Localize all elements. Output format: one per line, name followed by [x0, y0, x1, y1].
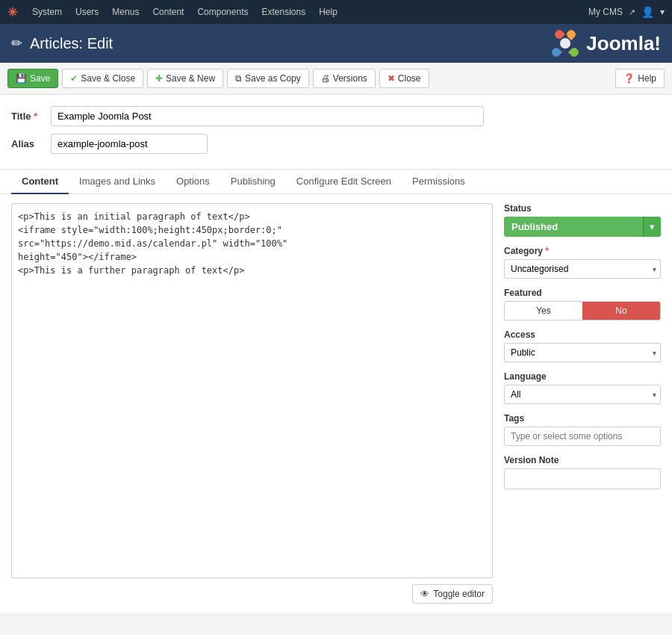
version-note-input[interactable] — [504, 468, 661, 489]
save-copy-button[interactable]: ⧉ Save as Copy — [227, 69, 309, 88]
page-title-area: ✏ Articles: Edit — [11, 35, 113, 52]
user-menu-icon[interactable]: 👤 — [641, 6, 654, 18]
header-bar: ✏ Articles: Edit Joomla! — [0, 24, 672, 63]
alias-row: Alias — [11, 134, 661, 154]
article-sidebar: Status Published ▾ Category * Uncategori… — [504, 203, 661, 604]
nav-content[interactable]: Content — [146, 0, 190, 24]
plus-icon: ✚ — [155, 73, 163, 84]
featured-section: Featured Yes No — [504, 288, 661, 320]
nav-menu: System Users Menus Content Components Ex… — [26, 0, 588, 24]
save-close-label: Save & Close — [81, 73, 135, 84]
category-required-star: * — [545, 246, 549, 256]
nav-system[interactable]: System — [26, 0, 68, 24]
title-row: Title * — [11, 106, 661, 126]
tags-label: Tags — [504, 413, 661, 424]
tags-input[interactable] — [504, 427, 661, 446]
language-select-wrapper: All ▾ — [504, 385, 661, 404]
access-label: Access — [504, 329, 661, 340]
nav-extensions[interactable]: Extensions — [255, 0, 311, 24]
help-label: Help — [638, 73, 656, 84]
nav-users[interactable]: Users — [69, 0, 105, 24]
title-label: Title * — [11, 111, 45, 122]
save-new-label: Save & New — [166, 73, 215, 84]
tab-options[interactable]: Options — [166, 170, 220, 194]
nav-components[interactable]: Components — [191, 0, 254, 24]
close-icon: ✖ — [388, 73, 395, 84]
language-section: Language All ▾ — [504, 371, 661, 404]
editor-area: <p>This is an initial paragraph of text<… — [11, 203, 493, 604]
version-note-label: Version Note — [504, 455, 661, 465]
versions-button[interactable]: 🖨 Versions — [313, 69, 376, 88]
copy-icon: ⧉ — [235, 73, 242, 84]
language-select[interactable]: All — [504, 385, 661, 404]
tags-section: Tags — [504, 413, 661, 446]
joomla-logo: Joomla! — [550, 28, 661, 58]
tab-permissions[interactable]: Permissions — [402, 170, 476, 194]
close-label: Close — [398, 73, 421, 84]
eye-icon: 👁 — [420, 589, 429, 599]
toggle-editor-button[interactable]: 👁 Toggle editor — [412, 584, 493, 604]
status-label: Status — [504, 203, 661, 214]
user-chevron-icon[interactable]: ▾ — [660, 7, 665, 17]
save-new-button[interactable]: ✚ Save & New — [147, 69, 223, 88]
close-button[interactable]: ✖ Close — [379, 69, 429, 88]
main-content: <p>This is an initial paragraph of text<… — [0, 194, 672, 613]
featured-label: Featured — [504, 288, 661, 298]
joomla-small-logo[interactable]: ✳ — [7, 5, 17, 19]
alias-label: Alias — [11, 138, 45, 149]
nav-menus[interactable]: Menus — [106, 0, 145, 24]
svg-point-0 — [560, 38, 570, 49]
category-select[interactable]: Uncategorised — [504, 259, 661, 279]
featured-toggle: Yes No — [504, 301, 661, 320]
status-chevron-icon: ▾ — [650, 221, 655, 232]
help-icon: ❓ — [623, 73, 635, 84]
check-icon: ✔ — [70, 73, 78, 84]
category-section: Category * Uncategorised ▾ — [504, 246, 661, 279]
save-label: Save — [30, 73, 50, 84]
toolbar: 💾 Save ✔ Save & Close ✚ Save & New ⧉ Sav… — [0, 63, 672, 95]
external-link-icon: ↗ — [629, 7, 635, 17]
featured-yes-button[interactable]: Yes — [505, 302, 582, 320]
status-main-button[interactable]: Published — [504, 217, 643, 237]
save-button[interactable]: 💾 Save — [7, 69, 58, 88]
access-section: Access Public ▾ — [504, 329, 661, 362]
status-section: Status Published ▾ — [504, 203, 661, 237]
toggle-editor-label: Toggle editor — [433, 589, 485, 599]
access-select-wrapper: Public ▾ — [504, 343, 661, 362]
page-title: Articles: Edit — [30, 35, 113, 52]
versions-icon: 🖨 — [321, 73, 330, 84]
status-caret-button[interactable]: ▾ — [643, 217, 661, 237]
content-editor[interactable]: <p>This is an initial paragraph of text<… — [11, 203, 493, 578]
title-required-star: * — [34, 111, 37, 122]
editor-footer: 👁 Toggle editor — [11, 578, 493, 604]
nav-help[interactable]: Help — [313, 0, 343, 24]
access-select[interactable]: Public — [504, 343, 661, 362]
content-tabs: Content Images and Links Options Publish… — [0, 170, 672, 194]
tab-publishing[interactable]: Publishing — [220, 170, 286, 194]
status-dropdown: Published ▾ — [504, 217, 661, 237]
save-copy-label: Save as Copy — [245, 73, 301, 84]
featured-no-button[interactable]: No — [582, 302, 660, 320]
title-input[interactable] — [51, 106, 484, 126]
category-select-wrapper: Uncategorised ▾ — [504, 259, 661, 279]
edit-pencil-icon: ✏ — [11, 35, 22, 52]
top-right-nav: My CMS ↗ 👤 ▾ — [588, 6, 665, 18]
save-close-button[interactable]: ✔ Save & Close — [62, 69, 143, 88]
alias-input[interactable] — [51, 134, 208, 154]
language-label: Language — [504, 371, 661, 382]
help-button[interactable]: ❓ Help — [615, 69, 665, 88]
joomla-flower-icon — [550, 28, 580, 58]
cms-name[interactable]: My CMS — [588, 7, 623, 17]
form-area: Title * Alias — [0, 95, 672, 170]
save-icon: 💾 — [16, 73, 27, 84]
tab-images-links[interactable]: Images and Links — [69, 170, 166, 194]
category-label: Category * — [504, 246, 661, 256]
joomla-wordmark: Joomla! — [586, 32, 661, 55]
top-navbar: ✳ System Users Menus Content Components … — [0, 0, 672, 24]
tab-content[interactable]: Content — [11, 170, 69, 194]
versions-label: Versions — [333, 73, 367, 84]
version-note-section: Version Note — [504, 455, 661, 489]
tab-configure-edit[interactable]: Configure Edit Screen — [286, 170, 402, 194]
